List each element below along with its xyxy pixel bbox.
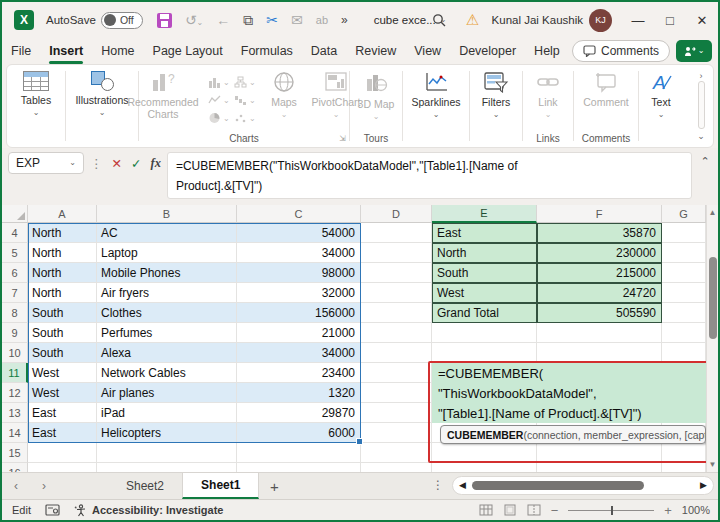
- cell-g14[interactable]: [662, 423, 706, 443]
- sheet-tab-sheet1[interactable]: Sheet1: [182, 473, 259, 499]
- cell-b10[interactable]: Alexa: [97, 343, 237, 363]
- maximize-button[interactable]: □: [654, 4, 686, 36]
- column-header-f[interactable]: F: [537, 205, 662, 223]
- row-header-13[interactable]: 13: [2, 403, 28, 423]
- cell-a14[interactable]: East: [28, 423, 97, 443]
- menu-tab-page-layout[interactable]: Page Layout: [144, 40, 232, 62]
- filters-button[interactable]: Filters ⌄: [482, 71, 511, 119]
- charts-dialog-launcher-icon[interactable]: ⇲: [339, 134, 346, 143]
- cell-c7[interactable]: 32000: [237, 283, 361, 303]
- vertical-scrollbar[interactable]: ▲▼: [706, 205, 718, 472]
- share-button[interactable]: ⌄: [676, 40, 712, 62]
- scroll-right-icon[interactable]: ▶: [700, 481, 707, 490]
- cell-a11[interactable]: West: [28, 363, 97, 383]
- autosave-toggle[interactable]: Off: [101, 12, 143, 29]
- cell-b9[interactable]: Perfumes: [97, 323, 237, 343]
- cell-c16[interactable]: [237, 463, 361, 472]
- cell-d16[interactable]: [361, 463, 432, 472]
- cell-b7[interactable]: Air fryers: [97, 283, 237, 303]
- maps-button[interactable]: Maps ⌄: [266, 71, 302, 127]
- cell-f11[interactable]: [537, 363, 662, 383]
- insert-function-icon[interactable]: fx: [150, 156, 160, 171]
- menu-tab-review[interactable]: Review: [346, 40, 405, 62]
- zoom-slider[interactable]: [568, 510, 654, 511]
- cell-f15[interactable]: [537, 443, 662, 463]
- column-header-d[interactable]: D: [361, 205, 432, 223]
- warning-icon[interactable]: ⚠: [456, 4, 490, 36]
- page-break-view-icon[interactable]: [527, 504, 541, 516]
- column-header-b[interactable]: B: [97, 205, 237, 223]
- collapse-ribbon-chevron-icon[interactable]: ⌄: [697, 131, 705, 141]
- cell-g15[interactable]: [662, 443, 706, 463]
- cell-a13[interactable]: East: [28, 403, 97, 423]
- cell-e4[interactable]: East: [432, 223, 537, 243]
- cell-f4[interactable]: 35870: [537, 223, 662, 243]
- cell-a16[interactable]: [28, 463, 97, 472]
- cell-f13[interactable]: [537, 403, 662, 423]
- menu-tab-help[interactable]: Help: [525, 40, 569, 62]
- cell-f8[interactable]: 505590: [537, 303, 662, 323]
- ribbon-scrollbar[interactable]: [698, 81, 705, 129]
- row-header-10[interactable]: 10: [2, 343, 28, 363]
- cell-c5[interactable]: 34000: [237, 243, 361, 263]
- row-header-11[interactable]: 11: [2, 363, 28, 383]
- column-header-g[interactable]: G: [662, 205, 706, 223]
- prev-sheet-icon[interactable]: ‹: [2, 473, 30, 499]
- cell-d7[interactable]: [361, 283, 432, 303]
- cell-c6[interactable]: 98000: [237, 263, 361, 283]
- grip-dots-icon[interactable]: ⋮: [90, 156, 103, 171]
- cell-b16[interactable]: [97, 463, 237, 472]
- cell-d13[interactable]: [361, 403, 432, 423]
- cell-g5[interactable]: [662, 243, 706, 263]
- scroll-left-icon[interactable]: ◀: [459, 481, 466, 490]
- autosave-control[interactable]: AutoSave Off: [46, 12, 143, 29]
- menu-tab-home[interactable]: Home: [92, 40, 143, 62]
- cell-e12[interactable]: [432, 383, 537, 403]
- cell-c4[interactable]: 54000: [237, 223, 361, 243]
- zoom-in-icon[interactable]: +: [664, 503, 672, 518]
- cell-g8[interactable]: [662, 303, 706, 323]
- cell-d15[interactable]: [361, 443, 432, 463]
- cell-g11[interactable]: [662, 363, 706, 383]
- column-header-e[interactable]: E: [432, 205, 537, 223]
- minimize-button[interactable]: —: [622, 4, 654, 36]
- cell-b11[interactable]: Network Cables: [97, 363, 237, 383]
- cell-d12[interactable]: [361, 383, 432, 403]
- cell-g7[interactable]: [662, 283, 706, 303]
- new-sheet-button[interactable]: +: [259, 473, 289, 499]
- confirm-entry-icon[interactable]: ✓: [131, 156, 141, 171]
- search-icon[interactable]: [422, 4, 456, 36]
- cell-e6[interactable]: South: [432, 263, 537, 283]
- accessibility-status[interactable]: Accessibility: Investigate: [74, 504, 223, 517]
- row-header-15[interactable]: 15: [2, 443, 28, 463]
- user-name[interactable]: Kunal Jai Kaushik: [492, 14, 583, 26]
- cell-e15[interactable]: [432, 443, 537, 463]
- cell-d10[interactable]: [361, 343, 432, 363]
- tables-button[interactable]: Tables ⌄: [21, 71, 51, 117]
- vertical-scroll-thumb[interactable]: [709, 257, 717, 339]
- close-button[interactable]: ✕: [686, 4, 718, 36]
- scroll-down-icon[interactable]: ▼: [709, 460, 717, 469]
- mail-icon[interactable]: ✉: [291, 12, 303, 28]
- avatar[interactable]: KJ: [589, 9, 612, 32]
- cell-b15[interactable]: [97, 443, 237, 463]
- comment-button[interactable]: Comment: [583, 71, 629, 108]
- cell-f10[interactable]: [537, 343, 662, 363]
- row-header-12[interactable]: 12: [2, 383, 28, 403]
- cell-c10[interactable]: 34000: [237, 343, 361, 363]
- line-chart-button[interactable]: ⌄: [208, 91, 234, 109]
- menu-tab-developer[interactable]: Developer: [450, 40, 525, 62]
- cell-d4[interactable]: [361, 223, 432, 243]
- cell-e5[interactable]: North: [432, 243, 537, 263]
- cell-f9[interactable]: [537, 323, 662, 343]
- sheet-tab-sheet2[interactable]: Sheet2: [108, 473, 182, 499]
- column-chart-button[interactable]: ⌄: [208, 73, 234, 91]
- ribbon-more-arrow-icon[interactable]: ›: [700, 71, 703, 81]
- cell-c14[interactable]: 6000: [237, 423, 361, 443]
- cell-d9[interactable]: [361, 323, 432, 343]
- cell-c8[interactable]: 156000: [237, 303, 361, 323]
- cell-f6[interactable]: 215000: [537, 263, 662, 283]
- page-layout-view-icon[interactable]: [503, 504, 517, 516]
- cell-a7[interactable]: North: [28, 283, 97, 303]
- cell-e11[interactable]: [432, 363, 537, 383]
